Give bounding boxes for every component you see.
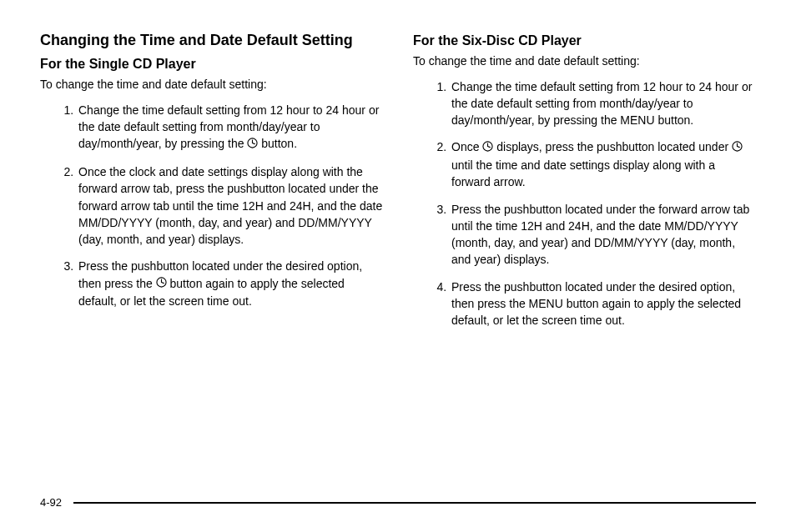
step-text: Once the clock and date settings display… [78,165,382,246]
step-text: Change the time default setting from 12 … [451,80,752,128]
footer-rule [73,502,756,504]
step-text: Press the pushbutton located under the d… [451,280,741,328]
list-item: Press the pushbutton located under the d… [450,279,756,329]
steps-list-single-cd: Change the time default setting from 12 … [40,102,383,310]
clock-icon [732,139,743,156]
intro-text: To change the time and date default sett… [40,77,383,93]
step-text: Change the time default setting from 12 … [78,103,379,151]
list-item: Press the pushbutton located under the f… [450,201,756,269]
section-heading: Changing the Time and Date Default Setti… [40,30,383,50]
list-item: Change the time default setting from 12 … [450,78,756,129]
list-item: Once the clock and date settings display… [77,163,383,248]
clock-icon [247,136,258,153]
page-number: 4-92 [40,496,62,509]
step-text: displays, press the pushbutton located u… [493,140,732,153]
list-item: Change the time default setting from 12 … [77,102,383,153]
step-text: Once [451,140,482,153]
step-text: button. [258,137,297,150]
left-column: Changing the Time and Date Default Setti… [40,30,383,339]
content-columns: Changing the Time and Date Default Setti… [40,30,756,339]
list-item: Press the pushbutton located under the d… [77,258,383,309]
list-item: Once displays, press the pushbutton loca… [450,138,756,190]
steps-list-six-disc: Change the time default setting from 12 … [413,78,756,329]
subsection-heading-single-cd: For the Single CD Player [40,57,383,72]
page-footer: 4-92 [40,496,756,509]
intro-text: To change the time and date default sett… [413,53,756,70]
right-column: For the Six-Disc CD Player To change the… [413,30,756,339]
clock-icon [156,275,167,292]
subsection-heading-six-disc: For the Six-Disc CD Player [413,33,756,48]
step-text: Press the pushbutton located under the f… [451,203,749,267]
clock-icon [482,139,493,156]
step-text: until the time and date settings display… [451,158,715,188]
